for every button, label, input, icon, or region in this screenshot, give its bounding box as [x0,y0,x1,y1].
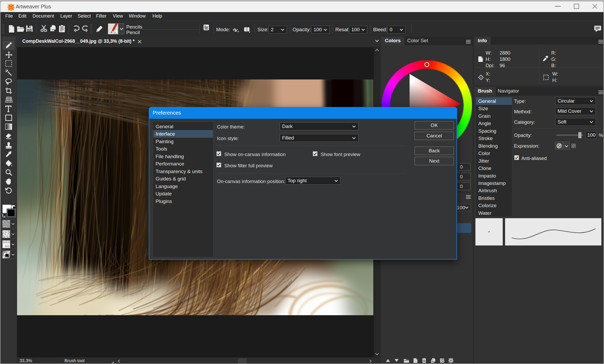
svg-text:aw: aw [10,7,12,8]
